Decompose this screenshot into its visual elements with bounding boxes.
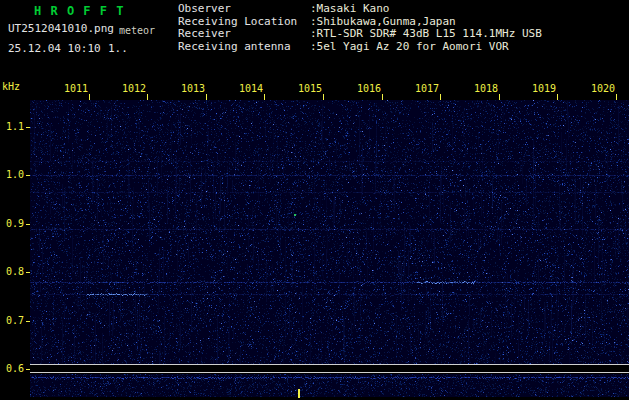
station-info: Observer:Masaki Kano Receiving Location:…	[178, 3, 542, 53]
signal-level-strip-canvas	[30, 374, 629, 397]
spectrogram-canvas	[30, 100, 629, 364]
info-value: :RTL-SDR SDR# 43dB L15 114.1MHz USB	[310, 27, 542, 40]
info-row-antenna: Receiving antenna:5el Yagi Az 20 for Aom…	[178, 41, 542, 54]
info-value: :Shibukawa,Gunma,Japan	[310, 15, 456, 28]
output-filename: UT2512041010.png	[8, 22, 114, 35]
info-label: Receiver	[178, 28, 310, 41]
freq-tick-label: 0.6	[2, 363, 24, 374]
y-axis-unit-label: kHz	[2, 81, 20, 92]
record-datetime: 25.12.04 10:10	[8, 42, 101, 55]
time-tick-label: 1016	[351, 83, 381, 94]
time-tick-label: 1011	[58, 83, 88, 94]
freq-tick-label: 0.9	[2, 218, 24, 229]
record-counter: 1..	[108, 42, 128, 55]
info-label: Observer	[178, 3, 310, 16]
time-tick-label: 1019	[526, 83, 556, 94]
freq-tick-label: 1.0	[2, 169, 24, 180]
level-strip-top-border	[30, 364, 629, 365]
freq-tick-label: 1.1	[2, 121, 24, 132]
observation-label: meteor	[119, 25, 155, 36]
freq-tick-label: 0.8	[2, 266, 24, 277]
hrofft-output: H R O F F T UT2512041010.png meteor 25.1…	[0, 0, 629, 400]
level-strip-time-tick	[298, 389, 300, 398]
time-tick-label: 1020	[585, 83, 615, 94]
freq-tick-label: 0.7	[2, 315, 24, 326]
info-value: :5el Yagi Az 20 for Aomori VOR	[310, 40, 509, 53]
info-label: Receiving antenna	[178, 41, 310, 54]
info-value: :Masaki Kano	[310, 2, 389, 15]
time-tick-label: 1014	[233, 83, 263, 94]
time-tick-label: 1017	[409, 83, 439, 94]
app-title: H R O F F T	[34, 4, 124, 18]
time-tick-label: 1012	[116, 83, 146, 94]
freq-tick-mark	[26, 369, 30, 370]
time-tick-label: 1015	[292, 83, 322, 94]
time-tick-label: 1013	[175, 83, 205, 94]
level-strip-bottom-border	[30, 372, 629, 373]
time-tick-label: 1018	[468, 83, 498, 94]
